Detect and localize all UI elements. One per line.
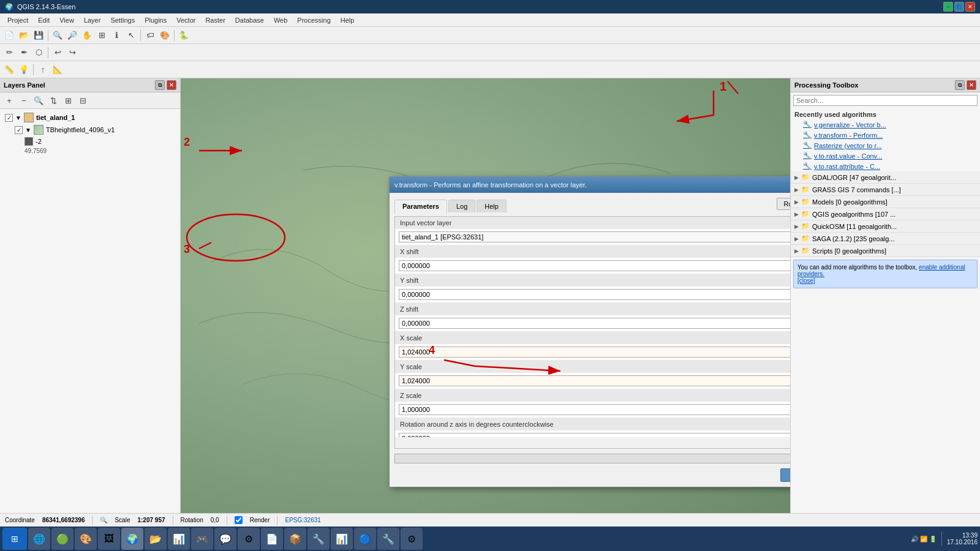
- menu-edit[interactable]: Edit: [33, 15, 55, 25]
- minimize-btn[interactable]: −: [943, 2, 953, 12]
- map-tips-btn[interactable]: 💡: [17, 63, 31, 77]
- layer-item-tiet[interactable]: ▼ tiet_aland_1: [2, 111, 178, 124]
- zoom-extent-btn[interactable]: ⊞: [95, 29, 108, 42]
- x-scale-input[interactable]: [399, 347, 790, 358]
- section-quickosm-header[interactable]: ▶ 📁 QuickOSM [11 geoalgorith...: [791, 220, 980, 232]
- undo-btn[interactable]: ↩: [51, 46, 64, 59]
- dialog-footer: Run Close: [394, 468, 790, 482]
- menu-processing[interactable]: Processing: [292, 15, 335, 25]
- zoom-in-btn[interactable]: 🔍: [51, 29, 64, 42]
- collapse-all-btn[interactable]: ⊟: [76, 94, 89, 107]
- style-btn[interactable]: 🎨: [158, 29, 172, 42]
- taskbar-zip[interactable]: 📦: [284, 528, 306, 550]
- sort-layer-btn[interactable]: ⇅: [47, 94, 60, 107]
- section-models-header[interactable]: ▶ 📁 Models [0 geoalgorithms]: [791, 196, 980, 208]
- batch-process-btn[interactable]: Run as batch process...: [777, 198, 790, 210]
- z-shift-input[interactable]: [399, 318, 790, 329]
- toolbox-search-input[interactable]: [793, 95, 978, 106]
- maximize-btn[interactable]: □: [954, 2, 964, 12]
- menu-project[interactable]: Project: [2, 15, 33, 25]
- layers-panel-detach[interactable]: ⧉: [155, 80, 165, 90]
- gdal-expand-icon: ▶: [794, 174, 799, 181]
- toolbox-item-vtransform[interactable]: 🔧 v.transform - Perform...: [791, 130, 980, 140]
- taskbar-gear[interactable]: ⚙: [401, 528, 423, 550]
- taskbar-settings-task[interactable]: ⚙: [238, 528, 260, 550]
- menu-raster[interactable]: Raster: [200, 15, 230, 25]
- node-tool-btn[interactable]: ⬡: [32, 46, 45, 59]
- taskbar-app6[interactable]: 📂: [145, 528, 167, 550]
- tab-log[interactable]: Log: [448, 200, 475, 212]
- taskbar-chart[interactable]: 📊: [331, 528, 353, 550]
- taskbar-chrome[interactable]: 🌐: [28, 528, 50, 550]
- menu-database[interactable]: Database: [230, 15, 269, 25]
- open-project-btn[interactable]: 📂: [17, 29, 31, 42]
- taskbar-tool2[interactable]: 🔧: [377, 528, 399, 550]
- remove-layer-btn[interactable]: −: [17, 94, 31, 107]
- taskbar-discord[interactable]: 💬: [214, 528, 236, 550]
- run-btn[interactable]: Run: [780, 468, 790, 482]
- taskbar-app4[interactable]: 🖼: [98, 528, 120, 550]
- layers-panel-close[interactable]: ✕: [167, 80, 176, 90]
- new-project-btn[interactable]: 📄: [2, 29, 16, 42]
- section-scripts-header[interactable]: ▶ 📁 Scripts [0 geoalgorithms]: [791, 245, 980, 257]
- toolbox-detach-btn[interactable]: ⧉: [955, 80, 965, 90]
- toolbox-item-vtorast-val[interactable]: 🔧 v.to.rast.value - Conv...: [791, 151, 980, 161]
- menu-settings[interactable]: Settings: [105, 15, 140, 25]
- taskbar-pdf[interactable]: 📄: [261, 528, 283, 550]
- tab-parameters[interactable]: Parameters: [394, 200, 447, 214]
- taskbar-photoshop[interactable]: 🎨: [75, 528, 97, 550]
- map-canvas[interactable]: v.transform - Performs an affine transfo…: [181, 78, 790, 513]
- render-checkbox[interactable]: [235, 516, 243, 524]
- layer-checkbox-tbheight[interactable]: [15, 126, 23, 134]
- north-arrow-btn[interactable]: ↑: [36, 63, 50, 77]
- y-scale-input[interactable]: [399, 375, 790, 386]
- toolbox-item-vtorast-attr[interactable]: 🔧 v.to.rast.attribute - C...: [791, 161, 980, 171]
- input-vector-input[interactable]: [399, 231, 790, 242]
- taskbar-blue-app[interactable]: 🔵: [354, 528, 376, 550]
- pan-btn[interactable]: ✋: [80, 29, 94, 42]
- toolbox-item-vgeneralize[interactable]: 🔧 v.generalize - Vector b...: [791, 119, 980, 130]
- layer-checkbox-tiet[interactable]: [5, 114, 13, 122]
- section-qgis-header[interactable]: ▶ 📁 QGIS geoalgorithms [107 ...: [791, 208, 980, 220]
- menu-vector[interactable]: Vector: [172, 15, 200, 25]
- add-layer-btn[interactable]: +: [2, 94, 16, 107]
- menu-plugins[interactable]: Plugins: [140, 15, 172, 25]
- identify-btn[interactable]: ℹ: [110, 29, 123, 42]
- expand-all-btn[interactable]: ⊞: [61, 94, 75, 107]
- toolbox-item-rasterize[interactable]: 🔧 Rasterize (vector to r...: [791, 140, 980, 151]
- x-shift-input[interactable]: [399, 260, 790, 271]
- taskbar-qgis-task[interactable]: 🌍: [121, 528, 143, 550]
- measure-btn[interactable]: 📏: [2, 63, 16, 77]
- taskbar-tool1[interactable]: 🔧: [307, 528, 330, 550]
- save-project-btn[interactable]: 💾: [32, 29, 45, 42]
- section-saga-header[interactable]: ▶ 📁 SAGA (2.1.2) [235 geoalg...: [791, 233, 980, 244]
- section-grass-header[interactable]: ▶ 📁 GRASS GIS 7 commands [...]: [791, 184, 980, 195]
- rotation-input[interactable]: [399, 433, 790, 437]
- y-shift-input[interactable]: [399, 289, 790, 300]
- redo-btn[interactable]: ↪: [66, 46, 79, 59]
- menu-web[interactable]: Web: [269, 15, 292, 25]
- menu-view[interactable]: View: [55, 15, 79, 25]
- tab-help[interactable]: Help: [477, 200, 507, 212]
- start-btn[interactable]: ⊞: [2, 528, 27, 550]
- separator-4: [48, 47, 48, 58]
- select-btn[interactable]: ↖: [124, 29, 138, 42]
- layer-item-tbheight[interactable]: ▼ TBheightfield_4096_v1: [12, 124, 178, 136]
- label-btn[interactable]: 🏷: [143, 29, 157, 42]
- edit-btn[interactable]: ✏: [2, 46, 16, 59]
- scale-bar-btn[interactable]: 📐: [51, 63, 64, 77]
- python-btn[interactable]: 🐍: [177, 29, 190, 42]
- zoom-out-btn[interactable]: 🔎: [66, 29, 79, 42]
- taskbar-app2[interactable]: 🟢: [51, 528, 74, 550]
- taskbar-app8[interactable]: 🎮: [191, 528, 213, 550]
- filter-layer-btn[interactable]: 🔍: [32, 94, 45, 107]
- section-gdal-header[interactable]: ▶ 📁 GDAL/OGR [47 geoalgorit...: [791, 171, 980, 183]
- menu-help[interactable]: Help: [336, 15, 360, 25]
- toolbox-close-btn[interactable]: ✕: [967, 80, 976, 90]
- close-btn[interactable]: ✕: [965, 2, 975, 12]
- digitize-btn[interactable]: ✒: [17, 46, 31, 59]
- taskbar-excel[interactable]: 📊: [168, 528, 190, 550]
- info-link-close[interactable]: [close]: [797, 277, 815, 284]
- z-scale-input[interactable]: [399, 404, 790, 415]
- menu-layer[interactable]: Layer: [79, 15, 106, 25]
